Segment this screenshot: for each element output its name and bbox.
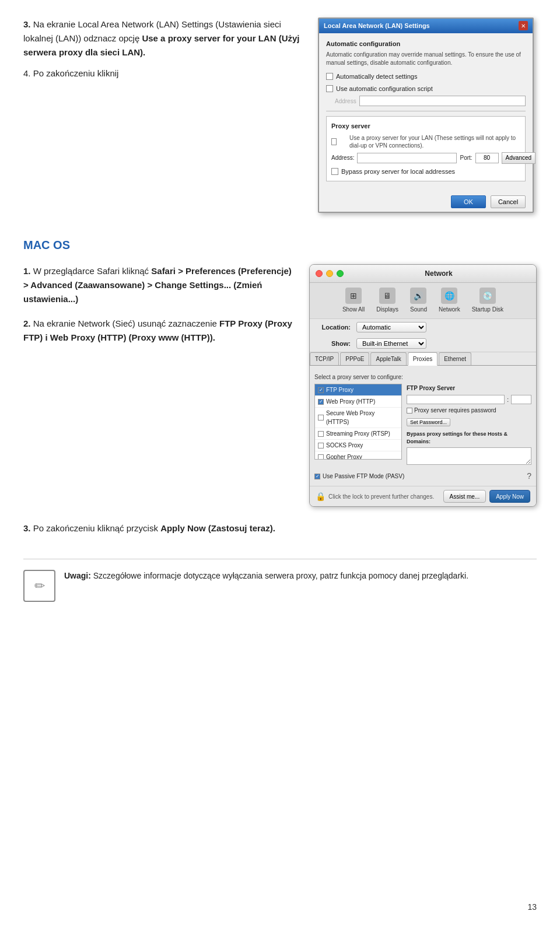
mac-tab-appletalk[interactable]: AppleTalk xyxy=(370,352,406,365)
mac-proxy-item-gopher[interactable]: Gopher Proxy xyxy=(315,451,401,460)
lan-auto-config-title: Automatic configuration xyxy=(326,39,526,49)
lan-auto-script-checkbox[interactable] xyxy=(326,85,333,92)
mac-lock-row: 🔒 Click the lock to prevent further chan… xyxy=(316,490,434,503)
lan-ok-button[interactable]: OK xyxy=(451,195,486,208)
mac-proxy-port-input[interactable] xyxy=(511,395,531,404)
mac-proxy-columns: ✓ FTP Proxy ✓ Web Proxy (HTTP) xyxy=(314,384,531,467)
lan-port-input[interactable] xyxy=(475,153,499,163)
lan-advanced-button[interactable]: Advanced xyxy=(502,152,536,164)
lan-proxy-checkbox[interactable] xyxy=(331,138,337,145)
mac-section-1: 1. W przeglądarce Safari kliknąć Safari … xyxy=(23,264,537,507)
mac-step2-number: 2. xyxy=(23,318,31,328)
mac-show-row: Show: Built-in Ethernet xyxy=(310,335,536,352)
mac-footer-buttons: Assist me... Apply Now xyxy=(443,490,531,503)
mac-proxy-password-row: Proxy server requires password xyxy=(407,406,531,415)
mac-dialog-container: Network ⊞ Show All 🖥 Displays 🔊 Sound xyxy=(309,264,537,507)
mac-proxy-item-ftp[interactable]: ✓ FTP Proxy xyxy=(315,384,401,396)
mac-step2-before: Na ekranie Network (Sieć) usunąć zaznacz… xyxy=(33,318,219,328)
section3-number: 3. xyxy=(23,19,31,29)
mac-password-checkbox[interactable] xyxy=(407,408,412,414)
mac-tool-show-all[interactable]: ⊞ Show All xyxy=(342,288,365,314)
mac-ftp-label: FTP Proxy xyxy=(326,386,354,394)
lan-auto-detect-label: Automatically detect settings xyxy=(336,72,417,82)
note-text: Uwagi: Szczegółowe informacje dotyczące … xyxy=(64,570,537,582)
lan-address-row: Address xyxy=(326,96,526,106)
mac-location-select[interactable]: Automatic xyxy=(356,322,426,332)
lan-divider xyxy=(326,111,526,111)
section3-step4: 4. Po zakończeniu kliknij xyxy=(23,68,118,78)
mac-step1-number: 1. xyxy=(23,266,31,276)
lan-address-input[interactable] xyxy=(359,96,526,106)
mac-minimize-button[interactable] xyxy=(326,270,333,277)
mac-show-all-label: Show All xyxy=(342,305,365,314)
mac-help-icon[interactable]: ? xyxy=(527,470,531,482)
mac-ftp-checkbox[interactable]: ✓ xyxy=(318,387,324,393)
mac-lock-icon[interactable]: 🔒 xyxy=(316,490,326,503)
mac-bypass-input[interactable] xyxy=(407,447,531,465)
mac-proxy-item-https[interactable]: Secure Web Proxy (HTTPS) xyxy=(315,408,401,428)
mac-tool-sound[interactable]: 🔊 Sound xyxy=(410,288,427,314)
mac-proxy-host-input[interactable] xyxy=(407,395,505,404)
mac-assist-button[interactable]: Assist me... xyxy=(443,490,487,503)
lan-auto-script-row: Use automatic configuration script xyxy=(326,84,526,94)
mac-close-button[interactable] xyxy=(316,270,323,277)
mac-network-icon: 🌐 xyxy=(441,288,457,304)
mac-https-checkbox[interactable] xyxy=(318,415,324,421)
mac-gopher-checkbox[interactable] xyxy=(318,454,324,460)
mac-passive-row: ✓ Use Passive FTP Mode (PASV) ? xyxy=(314,470,531,482)
mac-apply-button[interactable]: Apply Now xyxy=(489,490,530,503)
mac-proxy-item-socks[interactable]: SOCKS Proxy xyxy=(315,440,401,451)
lan-auto-detect-row: Automatically detect settings xyxy=(326,72,526,82)
mac-step3-number: 3. xyxy=(23,523,31,533)
lan-dialog-body: Automatic configuration Automatic config… xyxy=(319,33,533,192)
lan-cancel-button[interactable]: Cancel xyxy=(491,195,526,208)
lan-proxy-address-input[interactable] xyxy=(357,153,457,163)
mac-tool-network[interactable]: 🌐 Network xyxy=(439,288,460,314)
mac-step1-text: 1. W przeglądarce Safari kliknąć Safari … xyxy=(23,264,298,507)
mac-displays-icon: 🖥 xyxy=(379,288,396,304)
mac-tab-proxies[interactable]: Proxies xyxy=(408,352,438,366)
mac-tabs: TCP/IP PPPoE AppleTalk Proxies Ethernet xyxy=(310,352,536,366)
mac-socks-label: SOCKS Proxy xyxy=(326,441,363,450)
mac-maximize-button[interactable] xyxy=(337,270,344,277)
mac-tab-tcpip[interactable]: TCP/IP xyxy=(310,352,339,365)
lan-dialog-footer: OK Cancel xyxy=(319,192,533,212)
note-label: Uwagi: xyxy=(64,571,91,580)
mac-proxy-list: ✓ FTP Proxy ✓ Web Proxy (HTTP) xyxy=(314,384,402,460)
page-number: 13 xyxy=(527,901,537,913)
mac-passive-checkbox[interactable]: ✓ xyxy=(314,474,320,479)
mac-tool-startup[interactable]: 💿 Startup Disk xyxy=(472,288,503,314)
mac-displays-label: Displays xyxy=(376,305,398,314)
note-icon xyxy=(23,570,55,602)
lan-proxy-section: Proxy server Use a proxy server for your… xyxy=(326,116,526,181)
mac-show-select[interactable]: Built-in Ethernet xyxy=(356,338,426,349)
mac-tool-displays[interactable]: 🖥 Displays xyxy=(376,288,398,314)
mac-proxy-server-title: FTP Proxy Server xyxy=(407,384,531,393)
mac-socks-checkbox[interactable] xyxy=(318,443,324,449)
mac-show-label: Show: xyxy=(316,339,351,349)
lan-proxy-desc: Use a proxy server for your LAN (These s… xyxy=(349,134,520,149)
mac-rtsp-checkbox[interactable] xyxy=(318,431,324,437)
lan-auto-config-desc: Automatic configuration may override man… xyxy=(326,51,526,67)
note-box: Uwagi: Szczegółowe informacje dotyczące … xyxy=(23,559,537,602)
mac-proxy-item-http[interactable]: ✓ Web Proxy (HTTP) xyxy=(315,396,401,408)
mac-http-checkbox[interactable]: ✓ xyxy=(318,399,324,405)
mac-network-label: Network xyxy=(439,305,460,314)
mac-tab-pppoe[interactable]: PPPoE xyxy=(340,352,369,365)
mac-proxy-configure-text: Select a proxy server to configure: xyxy=(314,373,531,381)
lan-bypass-checkbox[interactable] xyxy=(331,168,338,175)
macos-label: MAC OS xyxy=(23,236,537,254)
mac-proxy-item-rtsp[interactable]: Streaming Proxy (RTSP) xyxy=(315,428,401,440)
lan-proxy-checkbox-row: Use a proxy server for your LAN (These s… xyxy=(331,134,520,149)
lan-auto-detect-checkbox[interactable] xyxy=(326,73,333,80)
mac-colon: : xyxy=(507,395,509,404)
mac-gopher-label: Gopher Proxy xyxy=(326,453,362,460)
mac-dialog-title: Network xyxy=(347,268,530,279)
lan-address-label: Address: xyxy=(331,153,354,162)
mac-toolbar: ⊞ Show All 🖥 Displays 🔊 Sound 🌐 Network xyxy=(310,283,536,319)
mac-set-password-button[interactable]: Set Password... xyxy=(407,418,450,426)
lan-close-button[interactable]: ✕ xyxy=(519,21,528,30)
mac-tab-ethernet[interactable]: Ethernet xyxy=(439,352,471,365)
mac-https-label: Secure Web Proxy (HTTPS) xyxy=(326,409,398,426)
lan-port-label: Port: xyxy=(460,153,472,162)
